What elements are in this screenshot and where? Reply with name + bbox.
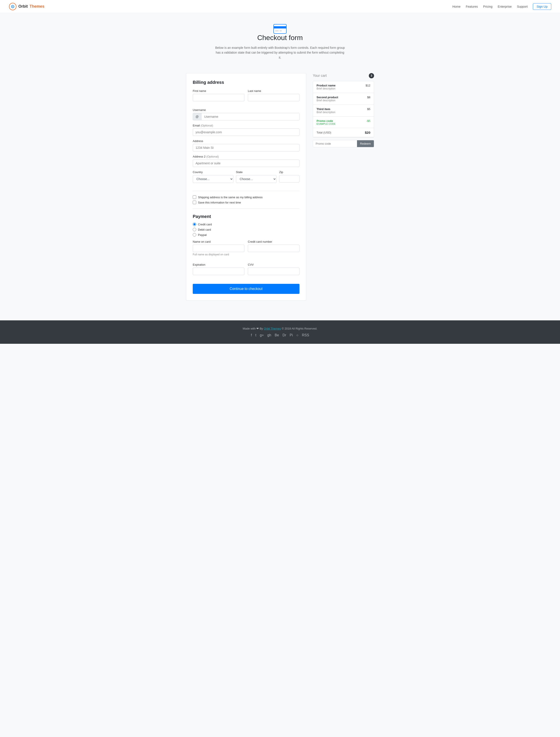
googleplus-icon[interactable]: g+: [260, 333, 264, 337]
credit-card-radio-group: Credit card: [193, 222, 299, 226]
debit-card-radio-group: Debit card: [193, 228, 299, 231]
cart-item-name: Product name: [317, 84, 336, 87]
credit-card-label[interactable]: Credit card: [198, 223, 212, 226]
last-name-label: Last name: [248, 89, 299, 93]
checkout-button[interactable]: Continue to checkout: [193, 284, 299, 294]
username-prepend: @: [193, 113, 201, 120]
logo-orbit: Orbit: [18, 4, 28, 9]
last-name-input[interactable]: [248, 94, 299, 101]
logo-icon: [9, 3, 17, 10]
state-select[interactable]: Choose...: [236, 175, 277, 183]
address2-input[interactable]: [193, 159, 299, 167]
email-input[interactable]: [193, 128, 299, 136]
promo-item: Promo code EXAMPLE CODE -$5: [313, 117, 374, 128]
cc-number-input[interactable]: [248, 245, 299, 252]
cart-item-name: Third item: [317, 107, 335, 111]
cart-item-desc: Brief description: [317, 111, 335, 114]
nav-enterprise[interactable]: Enterprise: [498, 5, 512, 8]
svg-rect-5: [275, 30, 279, 31]
save-info-label[interactable]: Save this information for next time: [198, 201, 241, 204]
promo-code: EXAMPLE CODE: [317, 122, 336, 125]
cart-item-price: $12: [366, 84, 370, 87]
shipping-same-group: Shipping address is the same as my billi…: [193, 195, 299, 199]
location-row: Country Choose... State Choose... Zip: [193, 170, 299, 186]
first-name-group: First name: [193, 89, 244, 101]
expiration-input[interactable]: [193, 268, 244, 275]
cvv-group: CVV: [248, 263, 299, 275]
behance-icon[interactable]: Be: [275, 333, 279, 337]
cvv-label: CVV: [248, 263, 299, 266]
username-label: Username: [193, 108, 299, 112]
logo: Orbit Themes: [9, 3, 44, 10]
expiration-label: Expiration: [193, 263, 244, 266]
email-group: Email (Optional): [193, 124, 299, 136]
name-on-card-group: Name on card Full name as displayed on c…: [193, 240, 244, 256]
heart-icon: ❤: [256, 327, 259, 330]
cvv-input[interactable]: [248, 268, 299, 275]
zip-input[interactable]: [279, 175, 299, 182]
rss-icon[interactable]: RSS: [302, 333, 309, 337]
cart-item-details: Second product Brief description: [317, 96, 338, 102]
cart-item-desc: Brief description: [317, 99, 338, 102]
logo-themes: Themes: [30, 4, 44, 9]
zip-label: Zip: [279, 170, 299, 174]
github-icon[interactable]: gh: [267, 333, 271, 337]
cart-item-desc: Brief description: [317, 87, 336, 90]
credit-card-radio[interactable]: [193, 222, 196, 226]
save-info-group: Save this information for next time: [193, 201, 299, 204]
svg-rect-4: [274, 26, 286, 28]
debit-card-label[interactable]: Debit card: [198, 228, 211, 231]
dribbble-icon[interactable]: Dr: [282, 333, 286, 337]
facebook-icon[interactable]: f: [251, 333, 252, 337]
nav-links: Home Features Pricing Enterprise Support…: [452, 3, 551, 10]
cart-item: Product name Brief description $12: [313, 81, 374, 93]
first-name-input[interactable]: [193, 94, 244, 101]
country-group: Country Choose...: [193, 170, 233, 183]
main-content: Billing address First name Last name Use…: [182, 73, 378, 314]
country-select[interactable]: Choose...: [193, 175, 233, 183]
nav-features[interactable]: Features: [466, 5, 478, 8]
total-label: Total (USD): [317, 131, 331, 134]
address-input[interactable]: [193, 144, 299, 151]
nav-pricing[interactable]: Pricing: [483, 5, 493, 8]
address-group: Address: [193, 139, 299, 151]
payment-divider: [193, 208, 299, 209]
nav-support[interactable]: Support: [517, 5, 528, 8]
state-label: State: [236, 170, 277, 174]
redeem-button[interactable]: Redeem: [357, 140, 374, 147]
signup-button[interactable]: Sign Up: [533, 3, 551, 10]
payment-title: Payment: [193, 214, 299, 219]
shipping-same-checkbox[interactable]: [193, 195, 196, 199]
cart-item-price: $5: [367, 107, 370, 111]
save-info-checkbox[interactable]: [193, 201, 196, 204]
zip-group: Zip: [279, 170, 299, 183]
cart-items-list: Product name Brief description $12 Secon…: [313, 81, 374, 137]
paypal-label[interactable]: Paypal: [198, 233, 207, 236]
first-name-label: First name: [193, 89, 244, 93]
name-on-card-input[interactable]: [193, 245, 244, 252]
hero-section: Checkout form Below is an example form b…: [0, 13, 560, 66]
promo-name: Promo code: [317, 119, 336, 122]
cart-section: Your cart 3 Product name Brief descripti…: [313, 73, 374, 147]
nav-home[interactable]: Home: [452, 5, 460, 8]
total-value: $20: [365, 131, 370, 134]
name-on-card-label: Name on card: [193, 240, 244, 243]
circle-icon[interactable]: ○: [296, 333, 299, 337]
footer-brand-link[interactable]: Orbit Themes: [264, 327, 281, 330]
cart-item-name: Second product: [317, 96, 338, 99]
debit-card-radio[interactable]: [193, 228, 196, 231]
name-row: First name Last name: [193, 89, 299, 105]
promo-input[interactable]: [313, 140, 357, 147]
username-group: Username @: [193, 108, 299, 120]
twitter-icon[interactable]: t: [255, 333, 256, 337]
credit-card-icon: [273, 24, 287, 34]
shipping-same-label[interactable]: Shipping address is the same as my billi…: [198, 196, 263, 199]
svg-point-2: [12, 6, 13, 7]
paypal-radio[interactable]: [193, 233, 196, 236]
username-input-group: @: [193, 113, 299, 120]
pinterest-icon[interactable]: Pi: [290, 333, 293, 337]
hero-description: Below is an example form built entirely …: [214, 45, 346, 60]
address2-label: Address 2 (Optional): [193, 155, 299, 158]
page-title: Checkout form: [4, 34, 556, 42]
username-input[interactable]: [201, 113, 299, 120]
